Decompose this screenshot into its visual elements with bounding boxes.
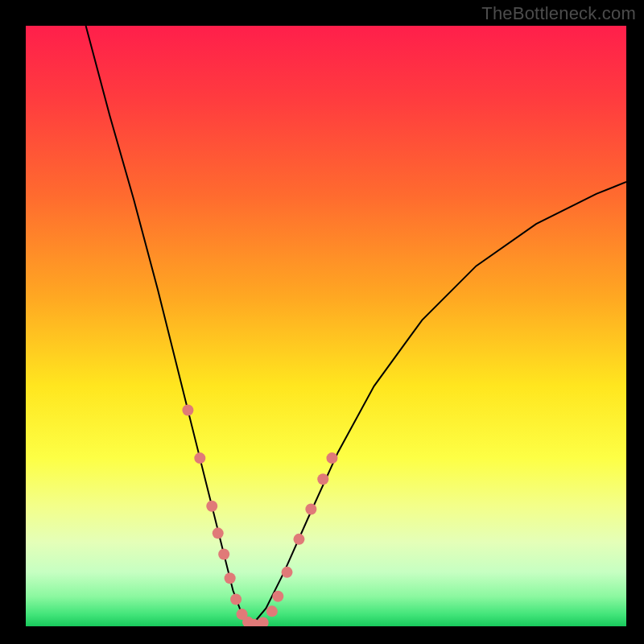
data-marker — [194, 452, 205, 464]
chart-frame: TheBottleneck.com — [0, 0, 644, 644]
data-marker — [282, 567, 293, 578]
data-marker — [213, 527, 224, 539]
data-marker — [225, 572, 236, 584]
data-marker — [230, 593, 242, 605]
data-marker — [206, 501, 217, 512]
data-marker — [218, 548, 229, 559]
data-marker — [266, 605, 278, 617]
gradient-background — [26, 26, 626, 626]
data-marker — [326, 452, 337, 464]
data-marker — [272, 591, 283, 602]
data-marker — [293, 534, 304, 545]
chart-svg — [26, 26, 626, 626]
plot-area — [26, 26, 626, 626]
data-marker — [305, 504, 316, 515]
data-marker — [182, 404, 193, 415]
data-marker — [317, 473, 328, 485]
watermark-text: TheBottleneck.com — [481, 3, 636, 24]
